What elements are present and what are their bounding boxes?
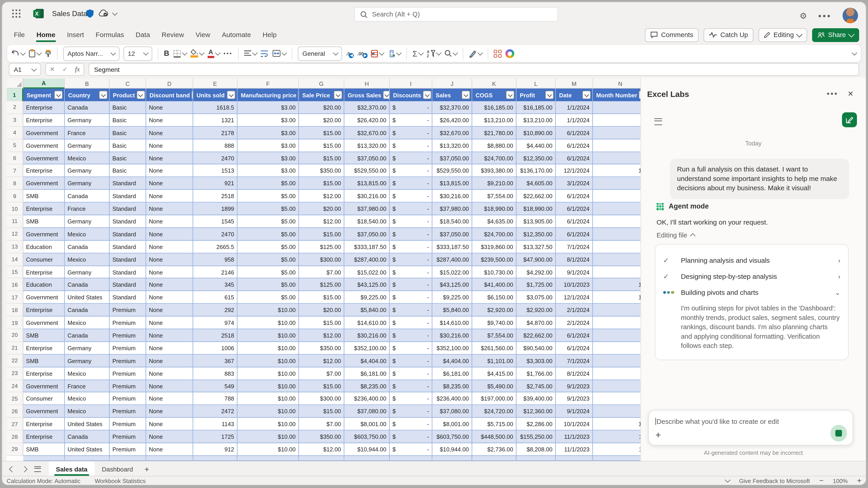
- add-attachment-button[interactable]: +: [655, 430, 661, 441]
- cell-K16[interactable]: $41,400.00: [472, 279, 517, 291]
- cell-N24[interactable]: 9: [593, 380, 648, 392]
- forms-button[interactable]: [494, 50, 501, 57]
- cell-C29[interactable]: Premium: [110, 443, 146, 456]
- font-size-select[interactable]: 12: [123, 46, 152, 61]
- cell-F4[interactable]: $3.00: [238, 127, 299, 139]
- cell-G18[interactable]: $20.00: [299, 304, 344, 317]
- cell-H12[interactable]: $37,050.00: [344, 228, 390, 240]
- cell-F2[interactable]: $3.00: [238, 101, 299, 114]
- filter-button[interactable]: [334, 91, 342, 99]
- cell-F24[interactable]: $10.00: [238, 380, 299, 392]
- cell-K2[interactable]: $16,185.00: [472, 101, 517, 114]
- column-header-H[interactable]: H: [344, 78, 390, 89]
- cell-E21[interactable]: 1006: [193, 342, 238, 355]
- cell-H25[interactable]: $236,400.00: [344, 393, 390, 405]
- cell-E26[interactable]: 2472: [193, 405, 238, 418]
- menu-item-file[interactable]: File: [13, 28, 25, 42]
- cell-K10[interactable]: $18,990.00: [472, 203, 517, 215]
- cell-M16[interactable]: 10/1/2023: [556, 279, 593, 291]
- column-header-G[interactable]: G: [299, 78, 344, 89]
- cell-M28[interactable]: 11/1/2023: [556, 431, 593, 443]
- cell-F18[interactable]: $10.00: [238, 304, 299, 317]
- prev-sheet-icon[interactable]: [9, 466, 16, 472]
- cell-H20[interactable]: $30,216.00: [344, 329, 390, 342]
- cell-D10[interactable]: None: [146, 203, 193, 215]
- cell-N12[interactable]: 6: [593, 228, 648, 240]
- cell-C11[interactable]: Standard: [110, 215, 146, 228]
- cell-D20[interactable]: None: [146, 329, 193, 342]
- filter-button[interactable]: [506, 91, 514, 99]
- cell-H11[interactable]: $18,540.00: [344, 215, 390, 228]
- cell-H18[interactable]: $5,840.00: [344, 304, 390, 317]
- cell-B2[interactable]: Canada: [65, 101, 110, 114]
- cell-J7[interactable]: $529,550.00: [432, 164, 472, 177]
- header-cell-product[interactable]: Product: [110, 89, 146, 101]
- cell-A2[interactable]: Enterprise: [23, 101, 65, 114]
- cell-A22[interactable]: SMB: [23, 355, 65, 367]
- pane-more-icon[interactable]: ●●●: [827, 91, 838, 96]
- cell-A25[interactable]: Consumer: [23, 393, 65, 405]
- cell-L4[interactable]: $10,890.00: [517, 127, 556, 139]
- cell-M29[interactable]: 11/1/2023: [556, 443, 593, 456]
- cell-C26[interactable]: Premium: [110, 405, 146, 418]
- new-chat-button[interactable]: [842, 112, 857, 127]
- calculation-mode[interactable]: Calculation Mode: Automatic: [6, 477, 80, 484]
- cell-E8[interactable]: 921: [193, 177, 238, 190]
- cell-L13[interactable]: $13,327.50: [517, 240, 556, 253]
- column-header-F[interactable]: F: [238, 78, 299, 89]
- cell-A9[interactable]: SMB: [23, 190, 65, 203]
- cell-D27[interactable]: None: [146, 418, 193, 431]
- formula-input[interactable]: Segment: [89, 63, 859, 76]
- more-options-icon[interactable]: ●●●: [818, 12, 831, 19]
- cell-I13[interactable]: $-: [390, 240, 432, 253]
- row-header-15[interactable]: 15: [6, 266, 23, 279]
- menu-item-help[interactable]: Help: [262, 28, 277, 42]
- cell-B19[interactable]: Mexico: [65, 317, 110, 329]
- row-header-9[interactable]: 9: [6, 190, 23, 203]
- row-header-27[interactable]: 27: [6, 418, 23, 431]
- column-header-K[interactable]: K: [472, 78, 517, 89]
- cell-M20[interactable]: 6/1/2024: [556, 329, 593, 342]
- cell-D28[interactable]: None: [146, 431, 193, 443]
- cell-K8[interactable]: $9,210.00: [472, 177, 517, 190]
- cell-E9[interactable]: 2518: [193, 190, 238, 203]
- cell-I29[interactable]: $-: [390, 443, 432, 456]
- cell-M9[interactable]: 6/1/2024: [556, 190, 593, 203]
- row-header-3[interactable]: 3: [6, 114, 23, 127]
- cell-B8[interactable]: Germany: [65, 177, 110, 190]
- cell-N9[interactable]: 6: [593, 190, 648, 203]
- cell-F8[interactable]: $5.00: [238, 177, 299, 190]
- filter-button[interactable]: [423, 91, 431, 99]
- cell-A19[interactable]: Government: [23, 317, 65, 329]
- undo-button[interactable]: [11, 50, 25, 57]
- cell-N14[interactable]: 8: [593, 253, 648, 266]
- cell-D9[interactable]: None: [146, 190, 193, 203]
- row-header-20[interactable]: 20: [6, 329, 23, 342]
- cell-B6[interactable]: Mexico: [65, 152, 110, 164]
- cell-L18[interactable]: $2,920.00: [517, 304, 556, 317]
- row-header-13[interactable]: 13: [6, 240, 23, 253]
- cell-J28[interactable]: $603,750.00: [432, 431, 472, 443]
- cell-J6[interactable]: $37,050.00: [432, 152, 472, 164]
- cell-H15[interactable]: $15,022.00: [344, 266, 390, 279]
- cell-G7[interactable]: $350.00: [299, 164, 344, 177]
- cell-H5[interactable]: $13,320.00: [344, 139, 390, 152]
- cell-D17[interactable]: None: [146, 291, 193, 304]
- cell-E7[interactable]: 1513: [193, 164, 238, 177]
- conditional-format-button[interactable]: [371, 50, 383, 57]
- header-cell-manufacturing-price[interactable]: Manufacturing price: [238, 89, 299, 101]
- share-button[interactable]: Share: [812, 28, 859, 42]
- chat-input[interactable]: Describe what you'd like to create or ed…: [648, 410, 853, 446]
- cell-K26[interactable]: $24,720.00: [472, 405, 517, 418]
- cell-D4[interactable]: None: [146, 127, 193, 139]
- cell-J24[interactable]: $8,235.00: [432, 380, 472, 392]
- menu-item-data[interactable]: Data: [135, 28, 151, 42]
- cell-B13[interactable]: Canada: [65, 240, 110, 253]
- cell-C20[interactable]: Premium: [110, 329, 146, 342]
- sheet-list-icon[interactable]: [34, 466, 41, 471]
- cell-N3[interactable]: 1: [593, 114, 648, 127]
- cell-E4[interactable]: 2178: [193, 127, 238, 139]
- cell-M25[interactable]: 9/1/2023: [556, 393, 593, 405]
- cell-B23[interactable]: Mexico: [65, 367, 110, 380]
- autosave-cloud-icon[interactable]: [98, 9, 108, 17]
